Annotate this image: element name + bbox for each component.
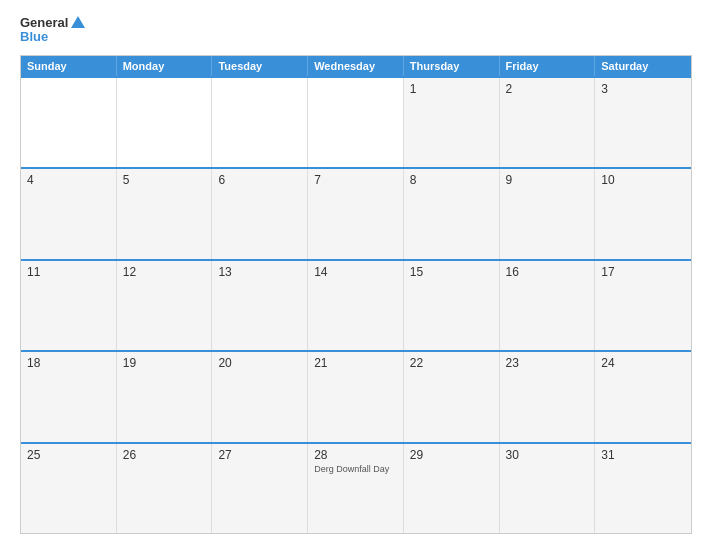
- table-row: 27: [212, 444, 308, 533]
- header: GeneralBlue: [20, 16, 692, 45]
- day-number: 28: [314, 448, 397, 462]
- day-number: 31: [601, 448, 685, 462]
- weekday-header-wednesday: Wednesday: [308, 56, 404, 76]
- table-row: 3: [595, 78, 691, 167]
- day-number: 21: [314, 356, 397, 370]
- table-row: 31: [595, 444, 691, 533]
- weekday-header-monday: Monday: [117, 56, 213, 76]
- table-row: 8: [404, 169, 500, 258]
- table-row: 4: [21, 169, 117, 258]
- table-row: 1: [404, 78, 500, 167]
- table-row: 20: [212, 352, 308, 441]
- table-row: 30: [500, 444, 596, 533]
- table-row: 16: [500, 261, 596, 350]
- table-row: 26: [117, 444, 213, 533]
- weekday-header-thursday: Thursday: [404, 56, 500, 76]
- day-number: 9: [506, 173, 589, 187]
- day-number: 4: [27, 173, 110, 187]
- day-number: 26: [123, 448, 206, 462]
- day-number: 2: [506, 82, 589, 96]
- week-row-2: 45678910: [21, 167, 691, 258]
- table-row: 17: [595, 261, 691, 350]
- table-row: [308, 78, 404, 167]
- table-row: 28Derg Downfall Day: [308, 444, 404, 533]
- day-number: 24: [601, 356, 685, 370]
- table-row: 6: [212, 169, 308, 258]
- table-row: 18: [21, 352, 117, 441]
- day-number: 29: [410, 448, 493, 462]
- day-number: 6: [218, 173, 301, 187]
- weekday-header-tuesday: Tuesday: [212, 56, 308, 76]
- day-number: 15: [410, 265, 493, 279]
- day-number: 22: [410, 356, 493, 370]
- day-number: 10: [601, 173, 685, 187]
- week-row-1: 123: [21, 76, 691, 167]
- table-row: 9: [500, 169, 596, 258]
- table-row: 22: [404, 352, 500, 441]
- weekday-header-saturday: Saturday: [595, 56, 691, 76]
- table-row: 15: [404, 261, 500, 350]
- calendar-body: 1234567891011121314151617181920212223242…: [21, 76, 691, 533]
- table-row: 10: [595, 169, 691, 258]
- logo: GeneralBlue: [20, 16, 85, 45]
- week-row-3: 11121314151617: [21, 259, 691, 350]
- table-row: 23: [500, 352, 596, 441]
- table-row: 29: [404, 444, 500, 533]
- table-row: [21, 78, 117, 167]
- table-row: 21: [308, 352, 404, 441]
- day-number: 30: [506, 448, 589, 462]
- day-number: 19: [123, 356, 206, 370]
- table-row: 13: [212, 261, 308, 350]
- table-row: [212, 78, 308, 167]
- table-row: 12: [117, 261, 213, 350]
- table-row: 14: [308, 261, 404, 350]
- week-row-4: 18192021222324: [21, 350, 691, 441]
- day-number: 27: [218, 448, 301, 462]
- day-number: 5: [123, 173, 206, 187]
- day-number: 7: [314, 173, 397, 187]
- day-number: 20: [218, 356, 301, 370]
- day-number: 8: [410, 173, 493, 187]
- table-row: [117, 78, 213, 167]
- table-row: 24: [595, 352, 691, 441]
- weekday-header-row: SundayMondayTuesdayWednesdayThursdayFrid…: [21, 56, 691, 76]
- page: GeneralBlue SundayMondayTuesdayWednesday…: [0, 0, 712, 550]
- day-event: Derg Downfall Day: [314, 464, 397, 475]
- day-number: 11: [27, 265, 110, 279]
- table-row: 2: [500, 78, 596, 167]
- day-number: 14: [314, 265, 397, 279]
- weekday-header-friday: Friday: [500, 56, 596, 76]
- day-number: 25: [27, 448, 110, 462]
- table-row: 7: [308, 169, 404, 258]
- day-number: 13: [218, 265, 301, 279]
- day-number: 1: [410, 82, 493, 96]
- day-number: 18: [27, 356, 110, 370]
- table-row: 19: [117, 352, 213, 441]
- day-number: 12: [123, 265, 206, 279]
- weekday-header-sunday: Sunday: [21, 56, 117, 76]
- day-number: 3: [601, 82, 685, 96]
- table-row: 25: [21, 444, 117, 533]
- table-row: 11: [21, 261, 117, 350]
- week-row-5: 25262728Derg Downfall Day293031: [21, 442, 691, 533]
- day-number: 23: [506, 356, 589, 370]
- logo-triangle-icon: [71, 16, 85, 28]
- table-row: 5: [117, 169, 213, 258]
- day-number: 17: [601, 265, 685, 279]
- day-number: 16: [506, 265, 589, 279]
- calendar: SundayMondayTuesdayWednesdayThursdayFrid…: [20, 55, 692, 534]
